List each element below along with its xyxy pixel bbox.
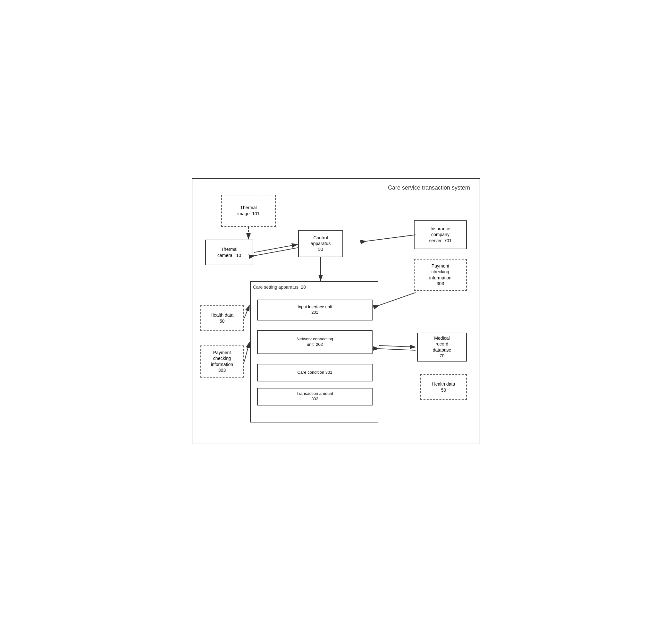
svg-line-11: [366, 235, 415, 241]
health-data-right-box: Health data50: [420, 374, 467, 400]
svg-line-7: [244, 342, 250, 361]
health-data-left-box: Health data50: [200, 305, 244, 331]
diagram-wrapper: Care service transaction system Thermali…: [192, 178, 480, 444]
care-condition-label: Care condition 301: [297, 370, 332, 375]
network-connecting-label: Network connectingunit 202: [297, 337, 333, 347]
medical-record-box: Medicalrecorddatabase70: [417, 333, 467, 361]
care-setting-label: Care setting apparatus 20: [252, 284, 307, 290]
svg-line-8: [379, 292, 415, 305]
care-condition-box: Care condition 301: [257, 364, 373, 381]
svg-line-2: [254, 244, 298, 252]
outer-box: Care service transaction system Thermali…: [192, 178, 480, 444]
medical-record-label: Medicalrecorddatabase70: [433, 335, 451, 359]
svg-line-10: [379, 349, 415, 350]
thermal-image-box: Thermalimage 101: [221, 195, 276, 227]
input-interface-label: Input interface unit201: [298, 304, 332, 315]
payment-checking-right-label: Paymentcheckinginformation303: [429, 263, 451, 286]
svg-line-9: [379, 345, 415, 347]
system-title: Care service transaction system: [388, 184, 470, 191]
payment-checking-left-label: Paymentcheckinginformation303: [211, 350, 233, 373]
svg-line-6: [244, 305, 250, 318]
thermal-image-label: Thermalimage 101: [237, 205, 259, 216]
thermal-camera-box: Thermalcamera 10: [205, 240, 253, 265]
payment-checking-left-box: Paymentcheckinginformation303: [200, 345, 244, 378]
thermal-camera-label: Thermalcamera 10: [217, 246, 241, 258]
svg-line-3: [255, 248, 298, 256]
input-interface-box: Input interface unit201: [257, 300, 373, 320]
insurance-server-label: Insurancecompanyserver 701: [429, 226, 451, 243]
control-apparatus-box: Controlapparatus30: [298, 230, 343, 257]
transaction-amount-box: Transaction amount302: [257, 388, 373, 406]
health-data-right-label: Health data50: [432, 381, 455, 393]
network-connecting-box: Network connectingunit 202: [257, 330, 373, 354]
health-data-left-label: Health data50: [211, 312, 234, 324]
control-apparatus-label: Controlapparatus30: [311, 235, 331, 252]
care-setting-box: Input interface unit201 Network connecti…: [250, 281, 378, 422]
transaction-amount-label: Transaction amount302: [297, 391, 333, 402]
payment-checking-right-box: Paymentcheckinginformation303: [414, 259, 467, 291]
insurance-server-box: Insurancecompanyserver 701: [414, 220, 467, 249]
